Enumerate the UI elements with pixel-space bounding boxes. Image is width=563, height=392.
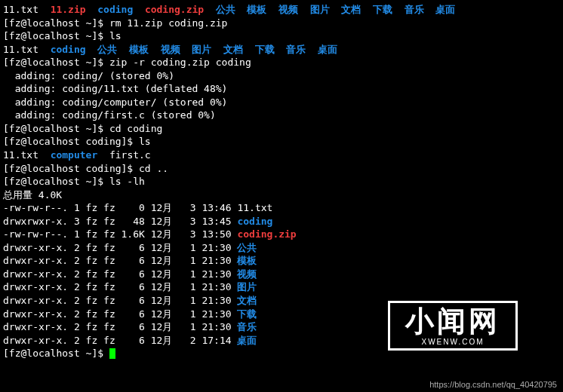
ls-row: -rw-rw-r--. 1 fz fz 0 12月 3 13:46 11.txt: [3, 201, 560, 215]
ls-output: 11.txt 11.zip coding coding.zip 公共 模板 视频…: [3, 3, 560, 17]
ls-row: -rw-rw-r--. 1 fz fz 1.6K 12月 3 13:50 cod…: [3, 228, 560, 241]
cmd-cd: [fz@localhost ~]$ cd coding: [3, 122, 560, 136]
footer-url: https://blog.csdn.net/qq_40420795: [429, 379, 557, 390]
cmd-lslh: [fz@localhost ~]$ ls -lh: [3, 175, 560, 188]
watermark: 小闻网 XWENW.COM: [388, 301, 518, 351]
ls-output: 11.txt coding 公共 模板 视频 图片 文档 下载 音乐 桌面: [3, 43, 560, 57]
watermark-cn: 小闻网: [405, 307, 500, 335]
cmd-ls: [fz@localhost ~]$ ls: [3, 29, 560, 43]
zip-output: adding: coding/11.txt (deflated 48%): [3, 82, 560, 96]
cmd-cd: [fz@localhost coding]$ cd ..: [3, 162, 560, 176]
ls-row: drwxr-xr-x. 2 fz fz 6 12月 1 21:30 模板: [3, 254, 560, 268]
ls-row: drwxr-xr-x. 2 fz fz 6 12月 1 21:30 公共: [3, 241, 560, 255]
cursor: [109, 348, 115, 359]
ls-row: drwxr-xr-x. 2 fz fz 6 12月 1 21:30 视频: [3, 268, 560, 281]
cmd-rm: [fz@localhost ~]$ rm 11.zip coding.zip: [3, 17, 560, 30]
ls-total: 总用量 4.0K: [3, 188, 560, 202]
watermark-en: XWENW.COM: [405, 337, 500, 348]
zip-output: adding: coding/first.c (stored 0%): [3, 109, 560, 122]
zip-output: adding: coding/ (stored 0%): [3, 69, 560, 83]
ls-row: drwxrwxr-x. 3 fz fz 48 12月 3 13:45 codin…: [3, 215, 560, 228]
cmd-ls: [fz@localhost coding]$ ls: [3, 135, 560, 149]
ls-output: 11.txt computer first.c: [3, 149, 560, 162]
ls-row: drwxr-xr-x. 2 fz fz 6 12月 1 21:30 图片: [3, 280, 560, 294]
zip-output: adding: coding/computer/ (stored 0%): [3, 96, 560, 109]
cmd-zip: [fz@localhost ~]$ zip -r coding.zip codi…: [3, 56, 560, 69]
